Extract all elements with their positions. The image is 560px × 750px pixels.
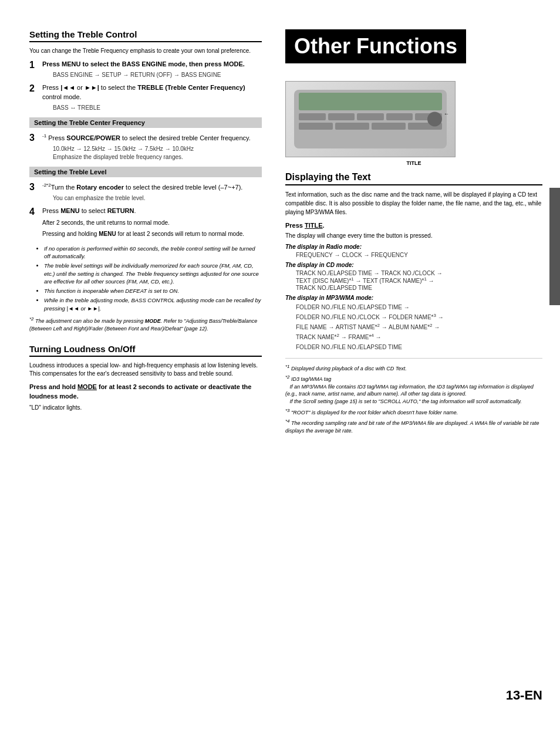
radio-buttons-row-1: [299, 113, 442, 120]
step-2: 2 Press |◄◄ or ►►| to select the TREBLE …: [29, 83, 262, 113]
step-1: 1 Press MENU to select the BASS ENGINE m…: [29, 60, 262, 80]
radio-mode-flow: FREQUENCY → CLOCK → FREQUENCY: [296, 252, 542, 258]
step-3-2: 3 -2*2Turn the Rotary encoder to select …: [29, 182, 262, 203]
displaying-text-intro: Text information, such as the disc name …: [285, 190, 542, 217]
step-2-text: Press |◄◄ or ►►| to select the TREBLE (T…: [42, 83, 262, 102]
step-1-text: Press MENU to select the BASS ENGINE mod…: [42, 60, 262, 69]
footnote-1: *1 Displayed during playback of a disc w…: [285, 363, 542, 373]
radio-buttons-row-2: [299, 123, 442, 130]
displaying-text-title: Displaying the Text: [285, 172, 542, 185]
footnote-id3: *2 ID3 tag/WMA tag If an MP3/WMA file co…: [285, 374, 542, 405]
bullet-3: This function is inoperable when DEFEAT …: [44, 287, 262, 295]
right-column: Other Functions: [274, 23, 560, 727]
step-3-1-text: -1 Press SOURCE/POWER to select the desi…: [42, 133, 262, 143]
radio-btn-8: [372, 123, 406, 130]
other-functions-title: Other Functions: [285, 29, 466, 63]
radio-mode-title: The display in Radio mode:: [285, 244, 542, 250]
treble-bullets: If no operation is performed within 60 s…: [35, 245, 262, 312]
loudness-instruction: Press and hold MODE for at least 2 secon…: [29, 383, 262, 401]
cd-mode-display: The display in CD mode: TRACK NO./ELAPSE…: [285, 262, 542, 290]
step-2-content: Press |◄◄ or ►►| to select the TREBLE (T…: [42, 83, 262, 113]
step-1-flow: BASS ENGINE → SETUP → RETURN (OFF) → BAS…: [53, 72, 262, 78]
left-column: Setting the Treble Control You can chang…: [0, 23, 274, 727]
page-number: 13-EN: [506, 688, 542, 703]
loudness-note: "LD" indicator lights.: [29, 404, 262, 412]
footnote-2: *2 The adjustment can also be made by pr…: [29, 316, 262, 332]
radio-mode-display: The display in Radio mode: FREQUENCY → C…: [285, 244, 542, 258]
mp3-mode-title: The display in MP3/WMA mode:: [285, 295, 542, 301]
radio-knob: [427, 112, 442, 127]
mp3-mode-flow: FOLDER NO./FILE NO./ELAPSED TIME → FOLDE…: [296, 303, 542, 352]
step-4-num: 4: [29, 207, 40, 241]
step-2-num: 2: [29, 83, 40, 113]
step-3-1-num: 3: [29, 133, 40, 162]
step-1-num: 1: [29, 60, 40, 80]
treble-intro: You can change the Treble Frequency emph…: [29, 47, 262, 55]
radio-btn-4: [386, 113, 413, 120]
radio-display: [299, 93, 442, 110]
radio-inner: [294, 90, 447, 148]
step-1-content: Press MENU to select the BASS ENGINE mod…: [42, 60, 262, 80]
step-3-2-note: You can emphasize the treble level.: [53, 195, 262, 201]
radio-device-image: ←: [285, 81, 456, 157]
footnote-3: *3 "ROOT" is displayed for the root fold…: [285, 407, 542, 417]
step-3-1-note: Emphasize the displayed treble frequency…: [53, 154, 262, 160]
bullet-2: The treble level settings will be indivi…: [44, 262, 262, 285]
step-2-flow: BASS ↔ TREBLE: [53, 104, 262, 111]
subsection-treble-center-title: Setting the Treble Center Frequency: [29, 117, 262, 128]
step-3-2-text: -2*2Turn the Rotary encoder to select th…: [42, 182, 262, 192]
step-3-1: 3 -1 Press SOURCE/POWER to select the de…: [29, 133, 262, 162]
side-tab: [549, 188, 560, 305]
press-title-note: The display will change every time the b…: [285, 232, 542, 240]
radio-btn-6: [299, 123, 333, 130]
step-3-1-flow: 10.0kHz → 12.5kHz → 15.0kHz → 7.5kHz → 1…: [53, 146, 262, 152]
treble-control-title: Setting the Treble Control: [29, 29, 262, 42]
bullet-1: If no operation is performed within 60 s…: [44, 245, 262, 261]
treble-control-section: Setting the Treble Control You can chang…: [29, 29, 262, 332]
radio-btn-2: [328, 113, 355, 120]
footnotes-section: *1 Displayed during playback of a disc w…: [285, 358, 542, 435]
radio-btn-3: [357, 113, 384, 120]
loudness-section: Turning Loudness On/Off Loudness introdu…: [29, 344, 262, 412]
step-4-content: Press MENU to select RETURN. After 2 sec…: [42, 207, 262, 241]
title-arrow-indicator: ←: [444, 111, 449, 117]
displaying-text-section: Displaying the Text Text information, su…: [285, 172, 542, 434]
step-3-2-content: -2*2Turn the Rotary encoder to select th…: [42, 182, 262, 203]
mp3-mode-display: The display in MP3/WMA mode: FOLDER NO./…: [285, 295, 542, 352]
press-title-instruction: Press TITLE.: [285, 221, 542, 230]
other-functions-header: Other Functions: [285, 29, 542, 72]
step-4: 4 Press MENU to select RETURN. After 2 s…: [29, 207, 262, 241]
title-label: TITLE: [285, 160, 542, 166]
cd-mode-title: The display in CD mode:: [285, 262, 542, 268]
subsection-treble-level-title: Setting the Treble Level: [29, 167, 262, 177]
step-4-note1: After 2 seconds, the unit returns to nor…: [42, 219, 262, 227]
step-3-1-content: -1 Press SOURCE/POWER to select the desi…: [42, 133, 262, 162]
step-4-note2: Pressing and holding MENU for at least 2…: [42, 230, 262, 238]
radio-btn-1: [299, 113, 326, 120]
step-4-text: Press MENU to select RETURN.: [42, 207, 262, 215]
step-3-2-num: 3: [29, 182, 40, 203]
bullet-4: While in the treble adjusting mode, BASS…: [44, 296, 262, 312]
loudness-intro: Loudness introduces a special low- and h…: [29, 362, 262, 378]
loudness-title: Turning Loudness On/Off: [29, 344, 262, 357]
cd-mode-flow: TRACK NO./ELAPSED TIME → TRACK NO./CLOCK…: [296, 270, 542, 290]
radio-btn-7: [335, 123, 369, 130]
footnote-4: *4 The recording sampling rate and bit r…: [285, 418, 542, 434]
